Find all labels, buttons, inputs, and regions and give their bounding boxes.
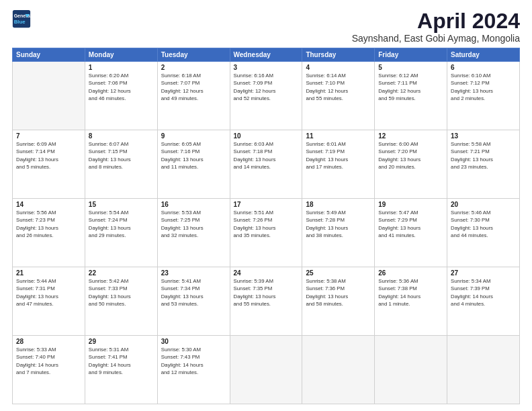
col-thursday: Thursday — [302, 48, 375, 62]
day-number: 5 — [378, 64, 443, 71]
day-number: 18 — [306, 201, 371, 208]
week-row-2: 7Sunrise: 6:09 AM Sunset: 7:14 PM Daylig… — [13, 130, 520, 199]
day-info: Sunrise: 5:31 AM Sunset: 7:41 PM Dayligh… — [89, 346, 154, 376]
day-cell: 22Sunrise: 5:42 AM Sunset: 7:33 PM Dayli… — [85, 267, 157, 336]
col-saturday: Saturday — [447, 48, 520, 62]
day-cell: 19Sunrise: 5:47 AM Sunset: 7:29 PM Dayli… — [375, 199, 447, 267]
day-info: Sunrise: 5:44 AM Sunset: 7:31 PM Dayligh… — [16, 277, 81, 308]
day-info: Sunrise: 5:53 AM Sunset: 7:25 PM Dayligh… — [161, 209, 226, 239]
day-info: Sunrise: 6:09 AM Sunset: 7:14 PM Dayligh… — [16, 140, 81, 171]
day-cell: 3Sunrise: 6:16 AM Sunset: 7:09 PM Daylig… — [230, 62, 302, 130]
page: General Blue April 2024 Saynshand, East … — [0, 0, 532, 411]
day-cell: 15Sunrise: 5:54 AM Sunset: 7:24 PM Dayli… — [85, 199, 157, 267]
day-info: Sunrise: 5:58 AM Sunset: 7:21 PM Dayligh… — [451, 140, 516, 171]
day-cell: 8Sunrise: 6:07 AM Sunset: 7:15 PM Daylig… — [85, 130, 157, 199]
col-sunday: Sunday — [13, 48, 85, 62]
logo: General Blue — [12, 9, 31, 28]
day-info: Sunrise: 6:00 AM Sunset: 7:20 PM Dayligh… — [378, 140, 443, 171]
day-number: 19 — [378, 201, 443, 208]
day-number: 16 — [161, 201, 226, 208]
col-friday: Friday — [375, 48, 447, 62]
day-number: 25 — [306, 269, 371, 277]
day-cell: 2Sunrise: 6:18 AM Sunset: 7:07 PM Daylig… — [157, 62, 230, 130]
day-number: 20 — [451, 201, 516, 208]
svg-text:Blue: Blue — [14, 19, 26, 25]
day-number: 28 — [16, 338, 81, 345]
day-number: 10 — [234, 132, 299, 140]
day-info: Sunrise: 5:46 AM Sunset: 7:30 PM Dayligh… — [451, 209, 516, 239]
day-cell: 16Sunrise: 5:53 AM Sunset: 7:25 PM Dayli… — [157, 199, 230, 267]
day-cell: 1Sunrise: 6:20 AM Sunset: 7:06 PM Daylig… — [85, 62, 157, 130]
day-cell: 18Sunrise: 5:49 AM Sunset: 7:28 PM Dayli… — [302, 199, 375, 267]
day-number: 1 — [89, 64, 154, 71]
day-info: Sunrise: 5:36 AM Sunset: 7:38 PM Dayligh… — [378, 277, 443, 308]
day-info: Sunrise: 5:54 AM Sunset: 7:24 PM Dayligh… — [89, 209, 154, 239]
week-row-1: 1Sunrise: 6:20 AM Sunset: 7:06 PM Daylig… — [13, 62, 520, 130]
day-number: 12 — [378, 132, 443, 140]
day-cell: 7Sunrise: 6:09 AM Sunset: 7:14 PM Daylig… — [13, 130, 85, 199]
day-cell: 26Sunrise: 5:36 AM Sunset: 7:38 PM Dayli… — [375, 267, 447, 336]
day-info: Sunrise: 5:51 AM Sunset: 7:26 PM Dayligh… — [234, 209, 299, 239]
col-monday: Monday — [85, 48, 157, 62]
day-cell — [375, 336, 447, 404]
logo-icon: General Blue — [12, 9, 31, 28]
week-row-5: 28Sunrise: 5:33 AM Sunset: 7:40 PM Dayli… — [13, 336, 520, 404]
day-cell — [230, 336, 302, 404]
day-info: Sunrise: 5:30 AM Sunset: 7:43 PM Dayligh… — [161, 346, 226, 376]
week-row-3: 14Sunrise: 5:56 AM Sunset: 7:23 PM Dayli… — [13, 199, 520, 267]
day-number: 7 — [16, 132, 81, 140]
day-number: 6 — [451, 64, 516, 71]
day-number: 21 — [16, 269, 81, 277]
day-number: 3 — [234, 64, 299, 71]
day-info: Sunrise: 5:56 AM Sunset: 7:23 PM Dayligh… — [16, 209, 81, 239]
day-info: Sunrise: 5:33 AM Sunset: 7:40 PM Dayligh… — [16, 346, 81, 376]
day-info: Sunrise: 5:49 AM Sunset: 7:28 PM Dayligh… — [306, 209, 371, 239]
week-row-4: 21Sunrise: 5:44 AM Sunset: 7:31 PM Dayli… — [13, 267, 520, 336]
day-info: Sunrise: 6:20 AM Sunset: 7:06 PM Dayligh… — [89, 72, 154, 102]
day-number: 15 — [89, 201, 154, 208]
day-number: 2 — [161, 64, 226, 71]
day-number: 13 — [451, 132, 516, 140]
day-info: Sunrise: 5:34 AM Sunset: 7:39 PM Dayligh… — [451, 277, 516, 308]
day-cell: 21Sunrise: 5:44 AM Sunset: 7:31 PM Dayli… — [13, 267, 85, 336]
day-number: 23 — [161, 269, 226, 277]
day-number: 26 — [378, 269, 443, 277]
day-cell: 4Sunrise: 6:14 AM Sunset: 7:10 PM Daylig… — [302, 62, 375, 130]
day-cell: 14Sunrise: 5:56 AM Sunset: 7:23 PM Dayli… — [13, 199, 85, 267]
day-info: Sunrise: 5:41 AM Sunset: 7:34 PM Dayligh… — [161, 277, 226, 308]
day-cell — [447, 336, 520, 404]
day-cell: 27Sunrise: 5:34 AM Sunset: 7:39 PM Dayli… — [447, 267, 520, 336]
day-number: 27 — [451, 269, 516, 277]
calendar-table: Sunday Monday Tuesday Wednesday Thursday… — [12, 48, 520, 404]
day-info: Sunrise: 6:14 AM Sunset: 7:10 PM Dayligh… — [306, 72, 371, 102]
day-cell: 20Sunrise: 5:46 AM Sunset: 7:30 PM Dayli… — [447, 199, 520, 267]
day-cell — [302, 336, 375, 404]
day-info: Sunrise: 6:16 AM Sunset: 7:09 PM Dayligh… — [234, 72, 299, 102]
day-info: Sunrise: 6:12 AM Sunset: 7:11 PM Dayligh… — [378, 72, 443, 102]
day-number: 14 — [16, 201, 81, 208]
day-cell: 24Sunrise: 5:39 AM Sunset: 7:35 PM Dayli… — [230, 267, 302, 336]
col-wednesday: Wednesday — [230, 48, 302, 62]
day-cell: 12Sunrise: 6:00 AM Sunset: 7:20 PM Dayli… — [375, 130, 447, 199]
day-info: Sunrise: 6:18 AM Sunset: 7:07 PM Dayligh… — [161, 72, 226, 102]
day-cell — [13, 62, 85, 130]
day-number: 29 — [89, 338, 154, 345]
day-info: Sunrise: 6:03 AM Sunset: 7:18 PM Dayligh… — [234, 140, 299, 171]
day-number: 9 — [161, 132, 226, 140]
day-info: Sunrise: 5:47 AM Sunset: 7:29 PM Dayligh… — [378, 209, 443, 239]
day-info: Sunrise: 6:07 AM Sunset: 7:15 PM Dayligh… — [89, 140, 154, 171]
day-cell: 10Sunrise: 6:03 AM Sunset: 7:18 PM Dayli… — [230, 130, 302, 199]
day-cell: 23Sunrise: 5:41 AM Sunset: 7:34 PM Dayli… — [157, 267, 230, 336]
day-cell: 30Sunrise: 5:30 AM Sunset: 7:43 PM Dayli… — [157, 336, 230, 404]
day-info: Sunrise: 6:10 AM Sunset: 7:12 PM Dayligh… — [451, 72, 516, 102]
day-info: Sunrise: 5:38 AM Sunset: 7:36 PM Dayligh… — [306, 277, 371, 308]
day-number: 11 — [306, 132, 371, 140]
day-number: 24 — [234, 269, 299, 277]
calendar-header-row: Sunday Monday Tuesday Wednesday Thursday… — [13, 48, 520, 62]
day-number: 22 — [89, 269, 154, 277]
day-number: 17 — [234, 201, 299, 208]
title-block: April 2024 Saynshand, East Gobi Aymag, M… — [352, 9, 520, 44]
main-title: April 2024 — [352, 9, 520, 33]
day-cell: 17Sunrise: 5:51 AM Sunset: 7:26 PM Dayli… — [230, 199, 302, 267]
day-cell: 25Sunrise: 5:38 AM Sunset: 7:36 PM Dayli… — [302, 267, 375, 336]
